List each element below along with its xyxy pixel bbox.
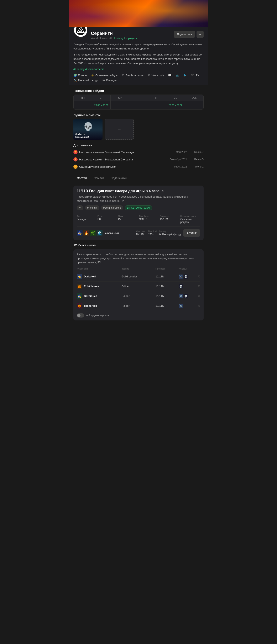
member-classes-3: ⚔️ 💀 <box>179 294 188 298</box>
ach-date-1: Май 2022 <box>176 151 187 154</box>
ach-name-1: На кромке лезвия – Эпохальный Тюремщик <box>79 151 176 154</box>
lightning-icon: ⚡ <box>91 74 94 77</box>
highlight-card-1[interactable]: 💀 УбийствоТюремщика! <box>73 119 103 140</box>
meta-voice: 🎙 Voice only <box>148 74 164 77</box>
ach-rank-3: World 1 <box>191 165 204 168</box>
friendly-tag-text: #Friendly <box>87 206 97 209</box>
min-ilvl-label: Мин. iLvl <box>148 230 157 232</box>
meta-hardcore-text: Semi-hardcore <box>126 74 143 77</box>
edit-icon: ✏ <box>199 33 201 36</box>
meta-server-text: Ревущий фьорд <box>78 79 98 82</box>
member-progress-2: 11/11M <box>156 285 177 288</box>
vacancies-count: 4 вакансии <box>105 232 133 234</box>
member-name-wrap-1: 🧙 Darkolorin <box>77 274 120 279</box>
class-skull-3: 💀 <box>184 294 188 298</box>
member-classes-wrap-2: 💀 ⧉ <box>179 284 200 288</box>
highlights-section: Лучшие моменты! 💀 УбийствоТюремщика! + <box>69 113 208 140</box>
time-fri <box>148 101 166 109</box>
member-classes-2: 💀 <box>179 284 183 288</box>
member-row-3: 🧙 Gothiques Raider 11/11M ⚔️ 💀 ⧉ <box>77 291 200 301</box>
min-ilvl-col: Мин. iLvl 270+ <box>148 230 157 236</box>
member-classes-4: ⚔️ <box>179 304 183 308</box>
more-players-toggle[interactable] <box>77 314 84 318</box>
ach-icon-1: 🏆 <box>73 150 78 154</box>
shield-icon: 🛡 <box>122 74 125 77</box>
meta-type: 🏛 Гильдия <box>102 78 117 82</box>
copy-icon-4[interactable]: ⧉ <box>198 304 200 308</box>
min-exp-value: 10/11M <box>136 233 146 236</box>
meta-col-region: Регион EU <box>98 215 118 224</box>
meta-value-type: Гильдия <box>77 218 97 221</box>
time-thu <box>129 101 148 109</box>
guild-name: Серенити <box>91 31 171 36</box>
add-icon: + <box>118 126 121 132</box>
meta-value-lang: РУ <box>118 218 138 221</box>
day-wed: СР <box>111 95 129 101</box>
class-icon-4: 🌊 <box>97 230 103 236</box>
member-name-4: Tookerbro <box>84 304 97 307</box>
meta-twitch[interactable]: 📺 <box>176 74 179 77</box>
meta-value-direction: Освоение рейдов <box>180 218 200 224</box>
meta-region: 🌍 Europe <box>73 74 87 77</box>
meta-hardcore: 🛡 Semi-hardcore <box>122 74 143 77</box>
meta-col-lang: Язык РУ <box>118 215 138 224</box>
schedule-header: ПН ВТ СР ЧТ ПТ СБ ВСК <box>74 95 203 101</box>
profile-info: Серенити World of Warcraft · Looking for… <box>91 29 171 40</box>
copy-icon-2[interactable]: ⧉ <box>198 284 200 288</box>
meta-discord[interactable]: 💬 <box>168 74 172 77</box>
meta-value-region: EU <box>98 218 118 221</box>
class-sword-3: ⚔️ <box>179 294 183 298</box>
ach-date-2: Сентябрь 2021 <box>169 158 187 161</box>
highlight-emoji-1: 💀 <box>83 122 93 131</box>
members-description: Рассмотрим заявки от любого игрока для р… <box>77 252 200 264</box>
time-sun <box>185 101 203 109</box>
class-icon-3: 🌿 <box>90 230 96 236</box>
meta-twitter[interactable]: 🐦 <box>183 74 187 77</box>
respond-button[interactable]: Отклик <box>183 229 200 237</box>
recruit-tag-semihardcore: #Semi-hardcore <box>101 205 123 210</box>
day-sun: ВСК <box>185 95 203 101</box>
copy-icon-1[interactable]: ⧉ <box>198 275 200 278</box>
day-tue: ВТ <box>92 95 111 101</box>
guild-game: World of Warcraft <box>91 36 112 40</box>
ach-icon-2: 🏆 <box>73 157 78 162</box>
guild-tags: #Friendly #Semi-hardcore <box>73 68 204 71</box>
class-sword-4: ⚔️ <box>179 304 183 308</box>
meta-label-lang: Язык <box>118 215 138 217</box>
vacancies-info: 4 вакансии <box>105 232 133 234</box>
server-col: Сервер 🏛 Ревущий фьорд <box>159 230 181 236</box>
tab-subscribers[interactable]: Подписчики <box>107 174 130 182</box>
ach-name-2: На кромке лезвия – Эпохальная Сильвана <box>79 158 169 161</box>
member-avatar-3: 🧙 <box>77 294 82 299</box>
member-name-wrap-2: 🎃 Rokk1stass <box>77 284 120 289</box>
highlight-add-button[interactable]: + <box>105 119 134 140</box>
profile-top: Серенити World of Warcraft · Looking for… <box>73 27 204 40</box>
meta-col-progress: Прогресс 11/11М <box>160 215 180 224</box>
ach-name-3: Самая дружелюбная гильдия <box>79 165 174 168</box>
member-avatar-1: 🧙 <box>77 274 82 279</box>
meta-col-timezone: Time Zone GMT+3 <box>139 215 159 224</box>
ach-icon-3: 🏆 <box>73 164 78 169</box>
time-sat: 20:00 – 00:00 <box>166 101 185 109</box>
tab-links[interactable]: Ссылки <box>91 174 107 182</box>
copy-icon-3[interactable]: ⧉ <box>198 294 200 298</box>
schedule-tag-text: ВТ, СБ: 20:00–00:00 <box>127 206 150 209</box>
discord-icon: 💬 <box>168 74 172 77</box>
meta-server: ⚔️ Ревущий фьорд <box>73 78 98 82</box>
guild-icon: 🏛 <box>102 78 105 82</box>
member-role-4: Raider <box>121 304 154 307</box>
edit-button[interactable]: ✏ <box>196 31 204 38</box>
recruit-tag-friendly: #Friendly <box>85 205 99 210</box>
share-button[interactable]: Поделиться <box>174 31 195 38</box>
meta-label-timezone: Time Zone <box>139 215 159 217</box>
twitch-icon: 📺 <box>176 74 179 77</box>
schedule-body: 20:00 – 00:00 20:00 – 00:00 <box>74 101 203 109</box>
member-classes-wrap-3: ⚔️ 💀 ⧉ <box>179 294 200 298</box>
member-name-wrap-3: 🧙 Gothiques <box>77 294 120 299</box>
class-skull-2: 💀 <box>179 284 183 288</box>
day-fri: ПТ <box>148 95 166 101</box>
achievement-row-3: 🏆 Самая дружелюбная гильдия Июль 2022 Wo… <box>73 163 204 170</box>
tab-roster[interactable]: Состав <box>73 174 91 182</box>
member-role-2: Officer <box>121 285 154 288</box>
recruit-title: 11/11Э Гильдия ищет хилера для игры в 4 … <box>77 189 200 193</box>
